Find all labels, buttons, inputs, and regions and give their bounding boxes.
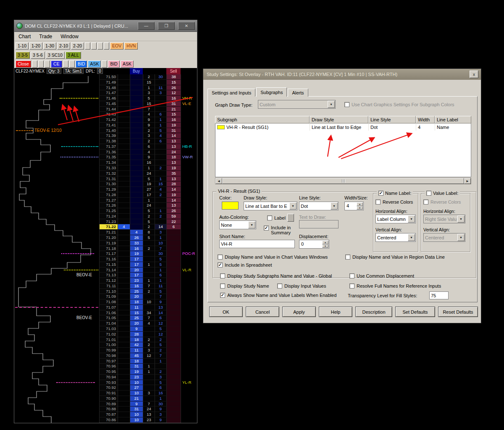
apply-button[interactable]: Apply xyxy=(282,307,316,317)
ladder-row[interactable]: 71.44721 xyxy=(14,107,197,112)
reset-defaults-button[interactable]: Reset Defaults xyxy=(438,307,478,317)
toolbar-button[interactable]: CE xyxy=(51,60,62,68)
draw-style-select[interactable]: Line at Last Bar to E ▼ xyxy=(244,202,297,210)
trade-cell-2[interactable]: 15 xyxy=(155,181,166,187)
bid-qty-cell[interactable] xyxy=(130,101,143,107)
bid-qty-cell[interactable]: 25 xyxy=(130,289,143,294)
ask-qty-cell[interactable] xyxy=(166,262,181,267)
scroll-left-icon[interactable]: ◄ xyxy=(215,178,222,184)
ask-qty-cell[interactable] xyxy=(166,273,181,278)
toolbar-button[interactable]: 1-10 xyxy=(16,42,29,50)
scroll-right-icon[interactable]: ► xyxy=(464,178,471,184)
trade-cell-1[interactable] xyxy=(143,385,155,391)
ask-qty-cell[interactable] xyxy=(166,380,181,385)
trade-cell-1[interactable]: 1 xyxy=(143,369,155,375)
ladder-row[interactable]: 71.181627 xyxy=(14,246,197,252)
bid-qty-cell[interactable] xyxy=(130,96,143,101)
ladder-row[interactable]: 70.92276 xyxy=(14,385,197,391)
trade-cell-1[interactable] xyxy=(143,359,155,364)
trade-cell-1[interactable]: 4 xyxy=(143,321,155,326)
toolbar-button[interactable] xyxy=(97,42,103,50)
trade-cell-1[interactable]: 7 xyxy=(143,107,155,112)
bid-qty-cell[interactable]: 23 xyxy=(130,375,143,380)
ask-qty-cell[interactable]: 14 xyxy=(166,198,181,203)
display-in-region-data-line-checkbox[interactable]: Display Name and Value in Region Data Li… xyxy=(345,254,445,260)
price-cell[interactable]: 71.47 xyxy=(99,90,118,96)
order-cell[interactable] xyxy=(118,326,130,332)
toolbar-button[interactable]: Close xyxy=(16,60,31,68)
trade-cell-1[interactable]: 7 xyxy=(143,401,155,407)
ask-qty-cell[interactable] xyxy=(166,417,181,423)
ask-qty-cell[interactable] xyxy=(166,230,181,235)
trade-cell-2[interactable] xyxy=(155,101,166,107)
order-cell[interactable] xyxy=(118,380,130,385)
name-horizontal-align-select[interactable]: Label Column ▼ xyxy=(375,215,416,223)
ladder-row[interactable]: 71.0420412 xyxy=(14,321,197,326)
order-cell[interactable] xyxy=(118,406,130,412)
trade-cell-2[interactable]: 14 xyxy=(155,310,166,316)
auto-coloring-select[interactable]: None ▼ xyxy=(219,220,256,229)
bid-qty-cell[interactable]: 11 xyxy=(130,305,143,310)
bid-qty-cell[interactable] xyxy=(130,117,143,123)
price-cell[interactable]: 71.35 xyxy=(99,155,118,160)
price-cell[interactable]: 70.91 xyxy=(99,391,118,396)
price-cell[interactable]: 71.06 xyxy=(99,310,118,316)
order-cell[interactable] xyxy=(118,198,130,203)
bid-qty-cell[interactable] xyxy=(130,208,143,214)
trade-cell-1[interactable]: 7 xyxy=(143,283,155,289)
order-cell[interactable] xyxy=(118,401,130,407)
price-cell[interactable]: 70.92 xyxy=(99,385,118,391)
toolbar-button[interactable]: BID xyxy=(76,60,87,68)
bid-qty-cell[interactable] xyxy=(130,203,143,208)
include-in-summary-checkbox[interactable]: Include in Summary xyxy=(264,225,298,235)
scrollbar-thumb[interactable] xyxy=(222,178,464,184)
trade-cell-1[interactable]: 4 xyxy=(143,112,155,117)
ladder-row[interactable]: 71.242259 xyxy=(14,214,197,219)
ask-qty-cell[interactable]: 13 xyxy=(166,176,181,182)
order-cell[interactable] xyxy=(118,396,130,401)
ladder-row[interactable]: 71.393414 xyxy=(14,133,197,139)
ask-qty-cell[interactable]: 59 xyxy=(166,214,181,219)
price-cell[interactable]: 71.16 xyxy=(99,257,118,262)
price-cell[interactable]: 71.50 xyxy=(99,74,118,80)
trade-cell-1[interactable]: 3 xyxy=(143,90,155,96)
trade-cell-2[interactable]: 5 xyxy=(155,262,166,267)
text-to-draw-input[interactable] xyxy=(299,220,339,228)
price-cell[interactable]: 70.90 xyxy=(99,396,118,401)
price-cell[interactable]: 71.41 xyxy=(99,123,118,128)
price-cell[interactable]: 70.86 xyxy=(99,417,118,423)
ladder-row[interactable]: 70.9110316 xyxy=(14,391,197,396)
order-cell[interactable] xyxy=(118,251,130,257)
ask-qty-cell[interactable] xyxy=(166,246,181,252)
order-cell[interactable] xyxy=(118,176,130,182)
ask-qty-cell[interactable] xyxy=(166,364,181,369)
ladder-row[interactable]: 70.97181 xyxy=(14,359,197,364)
trade-cell-2[interactable]: 7 xyxy=(155,353,166,359)
ladder-row[interactable]: 71.1116711 xyxy=(14,283,197,289)
price-cell[interactable]: 71.26 xyxy=(99,203,118,208)
trade-cell-1[interactable] xyxy=(143,257,155,262)
ladder-row[interactable]: 71.14201VL-R xyxy=(14,267,197,273)
ladder-row[interactable]: 70.8710133 xyxy=(14,412,197,417)
price-cell[interactable]: 70.94 xyxy=(99,375,118,380)
display-subgraphs-global-checkbox[interactable]: Display Study Subgraphs Name and Value -… xyxy=(220,273,332,279)
resolve-full-names-checkbox[interactable]: Resolve Full Names for Reference Inputs xyxy=(349,283,441,289)
ladder-row[interactable]: 71.004225 xyxy=(14,342,197,348)
price-cell[interactable]: 71.23 xyxy=(99,219,118,225)
order-cell[interactable] xyxy=(118,208,130,214)
order-cell[interactable] xyxy=(118,101,130,107)
price-cell[interactable]: 71.14 xyxy=(99,267,118,273)
trade-cell-2[interactable] xyxy=(155,80,166,85)
ladder-row[interactable]: 71.451531VL-E xyxy=(14,101,197,107)
toolbar-button[interactable]: 3 5-6 xyxy=(31,52,45,59)
price-cell[interactable]: 70.99 xyxy=(99,348,118,353)
price-cell[interactable]: 70.87 xyxy=(99,412,118,417)
trade-cell-1[interactable]: 1 xyxy=(143,364,155,369)
trade-cell-1[interactable]: 2 xyxy=(143,342,155,348)
toolbar-button[interactable]: 2-20 xyxy=(71,42,84,50)
ladder-row[interactable]: 71.171930POC-R xyxy=(14,251,197,257)
display-study-name-checkbox[interactable]: Display Study Name xyxy=(220,283,269,289)
trade-cell-1[interactable]: 1 xyxy=(143,278,155,283)
ask-qty-cell[interactable] xyxy=(166,321,181,326)
toolbar-button[interactable]: ASK xyxy=(88,60,101,68)
